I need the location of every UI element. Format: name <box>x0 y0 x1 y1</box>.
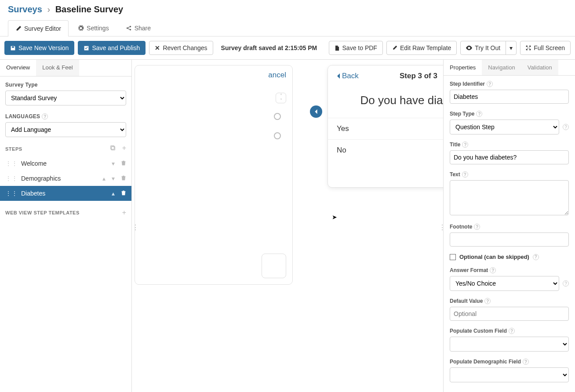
right-tabs: Properties Navigation Validation <box>444 60 575 76</box>
trash-icon[interactable] <box>121 160 126 167</box>
trash-icon[interactable] <box>121 175 126 182</box>
prev-option-row <box>135 126 292 145</box>
footnote-input[interactable] <box>450 232 569 247</box>
step-type-label: Step Type <box>450 111 474 117</box>
help-icon[interactable]: ? <box>484 298 491 304</box>
title-input[interactable] <box>450 150 569 164</box>
step-item-demographics[interactable]: ⋮⋮ Demographics ▴ ▾ <box>0 171 131 186</box>
button-label: Full Screen <box>534 44 565 51</box>
tab-look-and-feel[interactable]: Look & Feel <box>36 60 79 76</box>
button-label: Save and Publish <box>92 44 140 51</box>
button-label: Revert Changes <box>163 44 207 51</box>
save-and-publish-button[interactable]: Save and Publish <box>78 41 146 55</box>
text-label: Text <box>450 171 460 178</box>
step-item-diabetes[interactable]: ⋮⋮ Diabetes ▴ <box>0 186 131 201</box>
help-icon[interactable]: ? <box>474 224 480 230</box>
choice-label: Yes <box>337 124 349 133</box>
choice-no[interactable]: No <box>328 139 443 161</box>
step-identifier-input[interactable] <box>450 90 569 104</box>
help-icon[interactable]: ? <box>563 124 569 130</box>
default-value-input[interactable] <box>450 307 569 321</box>
survey-type-label: Survey Type <box>5 82 126 88</box>
drag-handle-icon[interactable]: ⋮⋮ <box>5 190 18 197</box>
optional-checkbox[interactable] <box>450 254 456 260</box>
right-panel: Properties Navigation Validation Step Id… <box>443 60 575 392</box>
survey-type-select[interactable]: Standard Survey <box>5 91 126 105</box>
help-icon[interactable]: ? <box>490 267 496 273</box>
edit-icon <box>392 45 397 51</box>
footnote-label: Footnote <box>450 224 472 230</box>
chevron-left-icon <box>313 109 319 115</box>
caret-up-icon[interactable]: ▴ <box>112 190 115 197</box>
help-icon[interactable]: ? <box>487 81 493 87</box>
save-icon <box>10 45 16 51</box>
help-icon[interactable]: ? <box>509 328 515 334</box>
tab-validation[interactable]: Validation <box>521 60 558 75</box>
populate-custom-field-select[interactable] <box>450 337 569 352</box>
top-tabs: Survey Editor Settings Share <box>0 20 575 36</box>
answer-format-select[interactable]: Yes/No Choice <box>450 276 559 291</box>
left-tabs: Overview Look & Feel <box>0 60 131 76</box>
caret-up-icon[interactable]: ▴ <box>102 175 106 182</box>
close-icon: ✕ <box>155 44 160 51</box>
edit-raw-template-button[interactable]: Edit Raw Template <box>386 41 457 55</box>
save-status-text: Survey draft saved at 2:15:05 PM <box>217 44 317 51</box>
button-label: Try It Out <box>475 44 500 51</box>
nav-prev-arrow[interactable] <box>310 105 322 118</box>
step-type-select[interactable]: Question Step <box>450 120 559 134</box>
share-icon <box>126 25 132 31</box>
label-text: LANGUAGES <box>5 113 40 120</box>
tab-label: Survey Editor <box>24 25 61 32</box>
populate-custom-field-label: Populate Custom Field <box>450 328 507 334</box>
copy-icon[interactable] <box>110 145 116 152</box>
step-item-welcome[interactable]: ⋮⋮ Welcome ▾ <box>0 156 131 171</box>
add-step-icon[interactable]: + <box>122 145 126 152</box>
tab-overview[interactable]: Overview <box>0 60 36 76</box>
drag-handle-icon[interactable]: ⋮⋮ <box>5 160 18 167</box>
trash-icon[interactable] <box>121 190 126 197</box>
tab-share[interactable]: Share <box>118 20 158 36</box>
svg-point-2 <box>129 29 131 31</box>
breadcrumb: Surveys › Baseline Survey <box>0 0 575 16</box>
save-new-version-button[interactable]: Save New Version <box>4 41 74 55</box>
stepper-control[interactable]: ˄ ˅ <box>276 93 286 103</box>
button-label: Save New Version <box>18 44 69 51</box>
tab-properties[interactable]: Properties <box>444 60 482 75</box>
help-icon[interactable]: ? <box>462 171 468 178</box>
caret-down-icon[interactable]: ▾ <box>112 175 115 182</box>
add-template-icon[interactable]: + <box>122 209 126 217</box>
chevron-up-icon[interactable]: ˄ <box>276 93 286 98</box>
tab-settings[interactable]: Settings <box>70 20 116 36</box>
help-icon[interactable]: ? <box>533 254 539 260</box>
question-title: Do you have diabetes? <box>328 87 443 118</box>
answer-format-label: Answer Format <box>450 267 488 273</box>
panel-resize-handle-right[interactable]: ⋮ <box>439 223 443 232</box>
add-language-select[interactable]: Add Language <box>5 122 126 137</box>
text-input[interactable] <box>450 180 569 215</box>
choice-label: No <box>337 146 346 155</box>
revert-changes-button[interactable]: ✕ Revert Changes <box>149 41 213 55</box>
back-link[interactable]: Back <box>336 72 359 80</box>
populate-demographic-field-select[interactable] <box>450 367 569 382</box>
caret-down-icon[interactable]: ▾ <box>112 160 115 167</box>
languages-label: LANGUAGES ? <box>5 113 126 120</box>
tab-survey-editor[interactable]: Survey Editor <box>8 20 69 36</box>
choice-yes[interactable]: Yes <box>328 118 443 139</box>
try-it-out-dropdown[interactable]: ▾ <box>506 41 517 55</box>
chevron-down-icon[interactable]: ˅ <box>276 98 286 103</box>
help-icon[interactable]: ? <box>462 142 468 148</box>
help-icon[interactable]: ? <box>476 111 482 117</box>
panel-resize-handle-left[interactable]: ⋮ <box>132 223 136 232</box>
help-icon[interactable]: ? <box>42 113 48 120</box>
tab-navigation[interactable]: Navigation <box>482 60 521 75</box>
try-it-out-button[interactable]: Try It Out <box>460 41 506 55</box>
step-identifier-label: Step Identifier <box>450 81 485 87</box>
prev-option-row <box>135 107 292 126</box>
full-screen-button[interactable]: Full Screen <box>520 41 571 55</box>
drag-handle-icon[interactable]: ⋮⋮ <box>5 175 18 182</box>
breadcrumb-surveys-link[interactable]: Surveys <box>8 4 42 14</box>
tab-label: Settings <box>87 25 109 32</box>
help-icon[interactable]: ? <box>523 359 529 365</box>
help-icon[interactable]: ? <box>563 280 569 287</box>
save-to-pdf-button[interactable]: Save to PDF <box>329 41 383 55</box>
